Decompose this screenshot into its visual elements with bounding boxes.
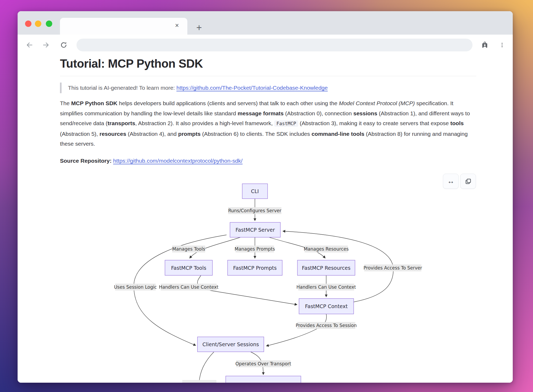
node-fastmcp-prompts: FastMCP Prompts (228, 260, 282, 275)
node-fastmcp-context: FastMCP Context (299, 299, 354, 314)
svg-text:Manages Prompts: Manages Prompts (235, 246, 275, 252)
node-client-server-sessions: Client/Server Sessions (197, 337, 264, 352)
mcp-flowchart: CLI FastMCP Server FastMCP Tools FastMCP… (93, 178, 493, 383)
edge-sessions-clipped (199, 352, 214, 383)
kebab-menu-icon (499, 42, 505, 48)
edge-label-manages-tools: Manages Tools (172, 246, 205, 252)
desktop-background: × + (0, 0, 533, 392)
svg-text:Handlers Can Use Context: Handlers Can Use Context (296, 284, 356, 290)
tab-strip: × + (18, 11, 513, 35)
tab-close-icon[interactable]: × (172, 21, 181, 30)
svg-text:FastMCP Context: FastMCP Context (305, 303, 348, 309)
edge-label-runs-configures-server: Runs/Configures Server (228, 207, 281, 214)
svg-text:Runs/Configures Server: Runs/Configures Server (228, 208, 281, 213)
edge-label-provides-access-to-session: Provides Access To Session (296, 322, 357, 329)
svg-text:Client/Server Sessions: Client/Server Sessions (202, 341, 259, 347)
profile-badge-icon (481, 41, 489, 49)
svg-text:FastMCP Resources: FastMCP Resources (302, 265, 350, 271)
page-content: Tutorial: MCP Python SDK This tutorial i… (18, 55, 513, 383)
ai-generated-callout: This tutorial is AI-generated! To learn … (60, 83, 484, 93)
svg-text:FastMCP Server: FastMCP Server (236, 227, 275, 233)
tutorial-codebase-link[interactable]: https://github.com/The-Pocket/Tutorial-C… (176, 85, 328, 91)
svg-text:Provides Access To Server: Provides Access To Server (364, 265, 422, 271)
node-fastmcp-tools: FastMCP Tools (165, 260, 212, 275)
edge-label-handlers-can-use-context-left: Handlers Can Use Context (159, 284, 219, 291)
svg-text:Operates Over Transport: Operates Over Transport (235, 361, 291, 366)
svg-text:Uses Session Logic: Uses Session Logic (114, 284, 157, 290)
reload-icon (60, 41, 68, 49)
edge-label-handlers-can-use-context-right: Handlers Can Use Context (296, 284, 356, 291)
reload-button[interactable] (58, 39, 69, 51)
svg-text:FastMCP Prompts: FastMCP Prompts (233, 265, 277, 271)
new-tab-button[interactable]: + (193, 22, 205, 34)
zoom-window-button[interactable] (46, 21, 52, 27)
browser-window: × + (18, 11, 513, 383)
close-window-button[interactable] (25, 21, 31, 27)
back-button[interactable] (24, 39, 35, 51)
back-arrow-icon (25, 41, 33, 49)
edge-label-manages-resources: Manages Resources (304, 246, 349, 252)
menu-button[interactable] (496, 39, 508, 51)
source-repository-link[interactable]: https://github.com/modelcontextprotocol/… (113, 158, 243, 164)
svg-text:Manages Resources: Manages Resources (304, 246, 349, 252)
address-bar[interactable] (76, 39, 473, 51)
svg-text:FastMCP Tools: FastMCP Tools (171, 265, 206, 271)
source-repository-line: Source Repository: https://github.com/mo… (60, 158, 243, 164)
source-repository-label: Source Repository: (60, 158, 113, 164)
svg-text:Handlers Can Use Context: Handlers Can Use Context (159, 284, 219, 290)
edge-label-provides-access-to-server: Provides Access To Server (364, 264, 422, 271)
node-fastmcp-resources: FastMCP Resources (297, 260, 355, 275)
edge-label-manages-prompts: Manages Prompts (235, 246, 275, 252)
svg-text:Manages Tools: Manages Tools (172, 246, 205, 252)
edge-label-uses-session-logic: Uses Session Logic (114, 284, 157, 291)
callout-text: This tutorial is AI-generated! To learn … (68, 85, 176, 91)
forward-arrow-icon (42, 41, 50, 49)
title-divider (60, 76, 476, 76)
edge-label-operates-over-transport: Operates Over Transport (235, 360, 291, 367)
node-cli: CLI (242, 184, 268, 199)
node-fastmcp-server: FastMCP Server (230, 222, 280, 237)
minimize-window-button[interactable] (35, 21, 41, 27)
svg-text:CLI: CLI (251, 188, 259, 194)
page-title: Tutorial: MCP Python SDK (60, 57, 203, 70)
clipped-edge-label (182, 380, 216, 383)
profile-button[interactable] (479, 39, 490, 51)
browser-tab[interactable]: × (60, 18, 187, 35)
forward-button[interactable] (41, 39, 52, 51)
browser-toolbar (18, 35, 513, 56)
svg-text:Provides Access To Session: Provides Access To Session (296, 323, 357, 328)
intro-paragraph: The MCP Python SDK helps developers buil… (60, 98, 477, 149)
node-transport-clipped (226, 376, 301, 383)
edge-context-sessions (266, 314, 326, 346)
